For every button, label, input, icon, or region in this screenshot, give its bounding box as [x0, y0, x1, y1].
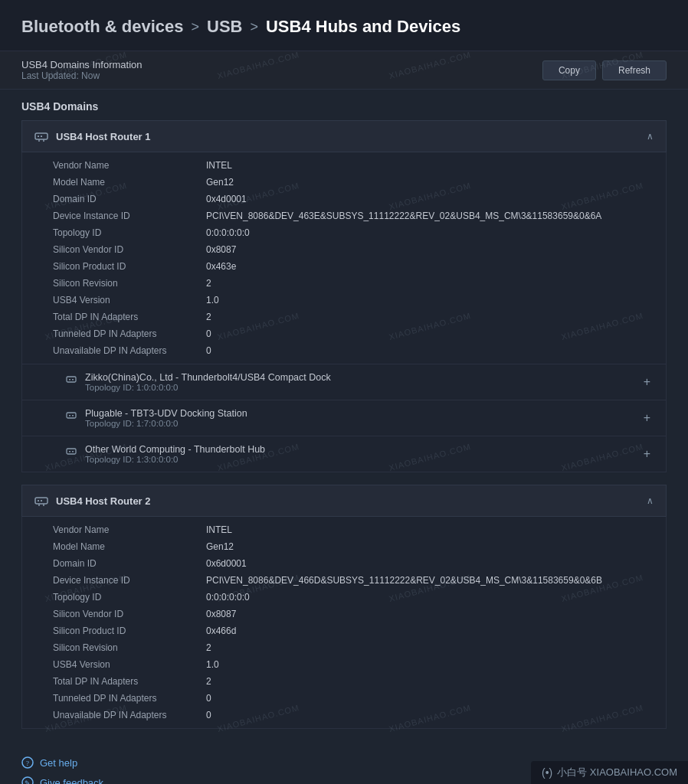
- prop-row: Tunneled DP IN Adapters 0: [53, 325, 666, 342]
- svg-rect-5: [67, 377, 76, 382]
- prop-value: 0:0:0:0:0:0: [206, 592, 250, 603]
- prop-value: 0x4d0001: [206, 194, 247, 204]
- svg-rect-1: [38, 136, 39, 137]
- info-bar-subtitle: Last Updated: Now: [21, 70, 143, 81]
- prop-row: Topology ID 0:0:0:0:0:0: [53, 224, 666, 241]
- prop-label: Vendor Name: [53, 160, 206, 171]
- device-info: Plugable - TBT3-UDV Docking Station Topo…: [85, 408, 247, 428]
- breadcrumb-item-2[interactable]: USB: [207, 17, 242, 37]
- svg-rect-15: [38, 500, 39, 501]
- prop-value: 0:0:0:0:0:0: [206, 227, 250, 238]
- breadcrumb-item-1[interactable]: Bluetooth & devices: [21, 17, 183, 37]
- router-1-header-left: USB4 Host Router 1: [34, 129, 151, 143]
- router-1-devices: Zikko(China)Co., Ltd - Thunderbolt4/USB4…: [21, 364, 667, 472]
- device-topology: Topology ID: 1:0:0:0:0:0: [85, 383, 331, 392]
- prop-label: USB4 Version: [53, 295, 206, 305]
- device-usb-icon: [65, 374, 77, 388]
- prop-row: Silicon Vendor ID 0x8087: [53, 606, 666, 622]
- device-usb-icon: [65, 446, 77, 460]
- router-card-2: USB4 Host Router 2 ∧ Vendor Name INTEL M…: [21, 485, 667, 729]
- prop-value: 1.0: [206, 295, 219, 305]
- svg-rect-8: [67, 413, 76, 418]
- prop-label: Total DP IN Adapters: [53, 312, 206, 322]
- svg-rect-7: [72, 379, 74, 381]
- breadcrumb-current: USB4 Hubs and Devices: [266, 17, 460, 37]
- device-name: Plugable - TBT3-UDV Docking Station: [85, 408, 247, 419]
- prop-label: Silicon Vendor ID: [53, 609, 206, 619]
- prop-value: 0x8087: [206, 244, 236, 255]
- prop-row: Domain ID 0x4d0001: [53, 191, 666, 207]
- prop-label: Unavailable DP IN Adapters: [53, 710, 206, 720]
- info-bar-title: USB4 Domains Information: [21, 59, 143, 70]
- prop-value: 2: [206, 676, 211, 687]
- breadcrumb-sep-2: >: [250, 19, 258, 35]
- bottom-branding: (•) 小白号 XIAOBAIHAO.COM: [531, 761, 688, 784]
- prop-value: Gen12: [206, 541, 234, 552]
- prop-label: Silicon Revision: [53, 642, 206, 653]
- svg-rect-16: [41, 500, 42, 501]
- svg-rect-12: [69, 451, 70, 452]
- router-1-properties: Vendor Name INTEL Model Name Gen12 Domai…: [21, 152, 667, 364]
- info-bar-buttons: Copy Refresh: [542, 60, 667, 80]
- prop-value: INTEL: [206, 160, 232, 171]
- prop-value: INTEL: [206, 524, 232, 535]
- prop-label: Model Name: [53, 177, 206, 188]
- prop-row: Unavailable DP IN Adapters 0: [53, 342, 666, 359]
- give-feedback-label: Give feedback: [40, 777, 103, 785]
- device-item[interactable]: Other World Computing - Thunderbolt Hub …: [21, 436, 667, 472]
- copy-button[interactable]: Copy: [542, 60, 596, 80]
- prop-value: 0x8087: [206, 609, 236, 619]
- device-item[interactable]: Zikko(China)Co., Ltd - Thunderbolt4/USB4…: [21, 364, 667, 400]
- prop-value: 2: [206, 642, 211, 653]
- branding-text: 小白号 XIAOBAIHAO.COM: [557, 766, 677, 779]
- prop-value: PCI\VEN_8086&DEV_463E&SUBSYS_11112222&RE…: [206, 211, 601, 221]
- prop-value: 0: [206, 345, 211, 356]
- prop-row: Vendor Name INTEL: [53, 521, 666, 538]
- prop-label: USB4 Version: [53, 659, 206, 670]
- prop-row: Topology ID 0:0:0:0:0:0: [53, 589, 666, 606]
- prop-label: Device Instance ID: [53, 211, 206, 221]
- breadcrumb: Bluetooth & devices > USB > USB4 Hubs an…: [0, 0, 688, 51]
- device-item-left: Plugable - TBT3-UDV Docking Station Topo…: [65, 408, 247, 428]
- device-expand-icon[interactable]: +: [640, 411, 654, 425]
- prop-label: Tunneled DP IN Adapters: [53, 328, 206, 339]
- router-2-title: USB4 Host Router 2: [56, 495, 151, 507]
- prop-row: Device Instance ID PCI\VEN_8086&DEV_466D…: [53, 572, 666, 589]
- device-expand-icon[interactable]: +: [640, 375, 654, 389]
- prop-value: PCI\VEN_8086&DEV_466D&SUBSYS_11112222&RE…: [206, 575, 602, 586]
- router-icon-1: [34, 129, 48, 143]
- router-1-chevron-icon: ∧: [647, 131, 654, 142]
- device-usb-icon: [65, 410, 77, 424]
- prop-label: Silicon Product ID: [53, 626, 206, 636]
- svg-rect-9: [69, 415, 70, 416]
- prop-label: Domain ID: [53, 558, 206, 569]
- device-expand-icon[interactable]: +: [640, 447, 654, 461]
- prop-label: Silicon Revision: [53, 278, 206, 289]
- router-icon-2: [34, 494, 48, 508]
- prop-value: 0: [206, 710, 211, 720]
- svg-rect-11: [67, 449, 76, 454]
- prop-value: 1.0: [206, 659, 219, 670]
- info-bar: USB4 Domains Information Last Updated: N…: [0, 51, 688, 90]
- router-2-header[interactable]: USB4 Host Router 2 ∧: [21, 485, 667, 517]
- prop-value: Gen12: [206, 177, 234, 188]
- prop-row: Total DP IN Adapters 2: [53, 673, 666, 690]
- prop-value: 0x6d0001: [206, 558, 247, 569]
- device-item[interactable]: Plugable - TBT3-UDV Docking Station Topo…: [21, 400, 667, 436]
- device-item-left: Zikko(China)Co., Ltd - Thunderbolt4/USB4…: [65, 372, 331, 392]
- prop-label: Tunneled DP IN Adapters: [53, 693, 206, 704]
- router-2-chevron-icon: ∧: [647, 495, 654, 506]
- prop-value: 2: [206, 312, 211, 322]
- prop-row: Silicon Vendor ID 0x8087: [53, 241, 666, 258]
- prop-value: 0: [206, 328, 211, 339]
- refresh-button[interactable]: Refresh: [602, 60, 667, 80]
- svg-rect-6: [69, 379, 70, 381]
- router-2-properties: Vendor Name INTEL Model Name Gen12 Domai…: [21, 517, 667, 729]
- prop-row: Device Instance ID PCI\VEN_8086&DEV_463E…: [53, 207, 666, 224]
- router-1-header[interactable]: USB4 Host Router 1 ∧: [21, 120, 667, 152]
- branding-logo: (•): [542, 766, 552, 779]
- prop-label: Device Instance ID: [53, 575, 206, 586]
- section-header: USB4 Domains: [21, 90, 667, 120]
- prop-row: Unavailable DP IN Adapters 0: [53, 707, 666, 724]
- prop-label: Unavailable DP IN Adapters: [53, 345, 206, 356]
